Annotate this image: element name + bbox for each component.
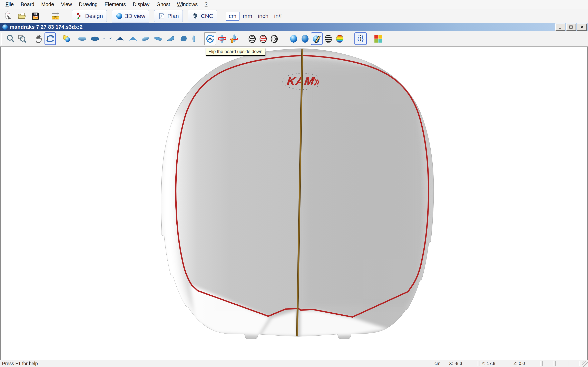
toolbar-grip[interactable] xyxy=(1,33,3,45)
view-top-icon xyxy=(77,34,87,44)
document-title-bar[interactable]: mandraks 7 27 83 174.s3dx:2 xyxy=(0,23,588,31)
menu-label: indows xyxy=(182,1,198,7)
menu-label: Mode xyxy=(41,1,54,7)
flip-nose-tail-button[interactable] xyxy=(228,33,240,45)
menu-label: ile xyxy=(9,1,14,7)
close-icon xyxy=(580,25,584,29)
menu-windows[interactable]: Windows xyxy=(173,1,201,8)
wireframe-slices-button[interactable] xyxy=(258,33,269,45)
design-label: Design xyxy=(85,13,103,19)
cnc-mode-button[interactable]: CNC xyxy=(188,10,217,22)
menu-board[interactable]: Board xyxy=(17,1,38,8)
plan-mode-button[interactable]: Plan xyxy=(154,10,183,22)
color-settings-icon xyxy=(373,34,383,44)
wireframe-icon xyxy=(247,34,257,44)
unit-inch[interactable]: inch xyxy=(255,12,271,21)
menu-display[interactable]: Display xyxy=(129,1,153,8)
status-z-text: Z: 0.0 xyxy=(513,361,525,366)
pan-button[interactable] xyxy=(33,33,44,45)
document-title: mandraks 7 27 83 174.s3dx:2 xyxy=(10,24,554,30)
status-x-coordinate: X: -9.3 xyxy=(447,361,478,366)
view-perspective-2-icon xyxy=(153,34,163,44)
render-stripes-button[interactable] xyxy=(323,33,334,45)
view-perspective-1-button[interactable] xyxy=(139,33,152,45)
render-decorated-icon xyxy=(312,34,321,44)
menu-label: Elements xyxy=(104,1,126,7)
menu-mode[interactable]: Mode xyxy=(38,1,58,8)
render-solid-button[interactable] xyxy=(288,33,299,45)
view-bottom-button[interactable] xyxy=(89,33,101,45)
close-button[interactable] xyxy=(577,24,587,31)
menu-ghost[interactable]: Ghost xyxy=(153,1,173,8)
view-top-button[interactable] xyxy=(76,33,89,45)
view-outline-button[interactable] xyxy=(190,33,198,45)
rotate-board-button[interactable] xyxy=(216,33,228,45)
render-decorated-button[interactable] xyxy=(311,33,323,45)
rotate-3d-icon xyxy=(45,34,55,44)
design-icon xyxy=(76,12,83,20)
design-mode-button[interactable]: Design xyxy=(72,10,107,22)
menu-label: F xyxy=(6,1,9,7)
view-perspective-3-icon xyxy=(166,34,176,44)
view-back-button[interactable] xyxy=(127,33,139,45)
3d-view-label: 3D view xyxy=(125,13,145,19)
tooltip-text: Flip the board upside down xyxy=(208,49,262,54)
open-file-button[interactable] xyxy=(16,10,28,22)
status-unit: cm xyxy=(433,361,445,366)
view-front-button[interactable] xyxy=(114,33,127,45)
symmetry-icon xyxy=(356,34,365,44)
menu-label: Display xyxy=(133,1,149,7)
cnc-label: CNC xyxy=(201,13,213,19)
status-bar: Press F1 for help cm X: -9.3 Y: 17.9 Z: … xyxy=(0,360,588,367)
zoom-window-button[interactable] xyxy=(16,33,28,45)
unit-inf[interactable]: in/f xyxy=(272,12,284,21)
3d-view-icon xyxy=(116,12,123,20)
symmetry-button[interactable] xyxy=(355,33,367,45)
rotate-3d-button[interactable] xyxy=(44,33,56,45)
wireframe-mesh-icon xyxy=(269,34,279,44)
rotate-board-icon xyxy=(217,34,227,44)
menu-label: Drawing xyxy=(79,1,98,7)
3d-view-mode-button[interactable]: 3D view xyxy=(112,10,149,22)
status-empty-panel-2 xyxy=(555,361,566,366)
new-board-button[interactable] xyxy=(2,10,14,22)
status-y-text: Y: 17.9 xyxy=(481,361,495,366)
menu-bar: File Board Mode View Drawing Elements Di… xyxy=(0,0,588,9)
main-toolbar: Design 3D view Plan CNC cm xyxy=(0,9,588,23)
color-settings-button[interactable] xyxy=(373,33,383,45)
lighting-button[interactable] xyxy=(61,33,73,45)
menu-drawing[interactable]: Drawing xyxy=(75,1,101,8)
resize-grip[interactable] xyxy=(582,361,588,367)
save-file-button[interactable] xyxy=(29,10,41,22)
view-toolbar xyxy=(0,31,588,47)
menu-label: View xyxy=(61,1,72,7)
zoom-button[interactable] xyxy=(5,33,16,45)
menu-view[interactable]: View xyxy=(58,1,76,8)
menu-label: Ghost xyxy=(156,1,170,7)
menu-file[interactable]: File xyxy=(2,1,17,8)
flip-upside-down-button[interactable] xyxy=(204,33,216,45)
minimize-button[interactable] xyxy=(555,24,565,31)
menu-elements[interactable]: Elements xyxy=(101,1,129,8)
render-rainbow-button[interactable] xyxy=(334,33,346,45)
pan-hand-icon xyxy=(34,34,44,44)
viewport-3d[interactable]: KAM Flip the board upside down xyxy=(0,47,588,360)
wireframe-button[interactable] xyxy=(247,33,258,45)
view-perspective-2-button[interactable] xyxy=(152,33,164,45)
unit-cm[interactable]: cm xyxy=(226,12,239,21)
open-folder-icon xyxy=(17,11,26,21)
view-perspective-4-button[interactable] xyxy=(177,33,190,45)
document-icon xyxy=(2,24,8,30)
render-shaded-button[interactable] xyxy=(299,33,311,45)
wireframe-mesh-button[interactable] xyxy=(269,33,280,45)
view-bottom-icon xyxy=(90,34,100,44)
dimensions-button[interactable] xyxy=(50,10,62,22)
view-perspective-3-button[interactable] xyxy=(164,33,177,45)
status-unit-text: cm xyxy=(434,361,440,366)
maximize-button[interactable] xyxy=(566,24,576,31)
view-side-button[interactable] xyxy=(101,33,114,45)
view-outline-icon xyxy=(190,34,198,44)
unit-mm[interactable]: mm xyxy=(240,12,255,21)
menu-help[interactable]: ? xyxy=(201,1,211,8)
status-help-text: Press F1 for help xyxy=(0,361,433,366)
